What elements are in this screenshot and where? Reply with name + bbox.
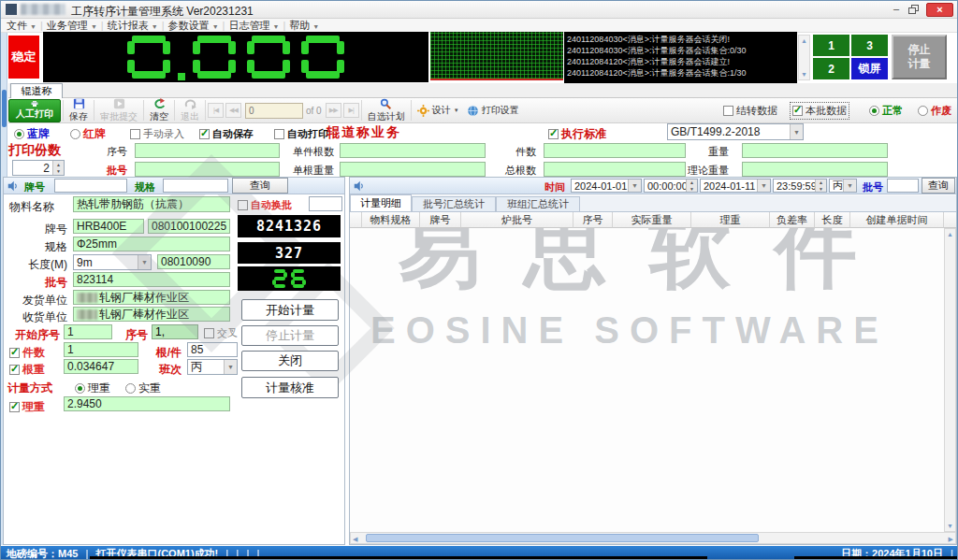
menu-reports[interactable]: 统计报表 ▼: [108, 19, 158, 33]
cross-checkbox[interactable]: 交叉: [204, 326, 238, 340]
date-from-select[interactable]: 2024-01-01▼: [571, 179, 642, 193]
lock-screen-button[interactable]: 锁屏: [851, 58, 888, 79]
design-button[interactable]: 设计 ▼: [414, 103, 463, 118]
col-length[interactable]: 长度: [815, 212, 850, 228]
red-tag-radio[interactable]: 红牌: [70, 126, 106, 142]
measure-verify-button[interactable]: 计量核准: [241, 377, 339, 398]
print-setup-button[interactable]: 打印设置: [463, 103, 523, 118]
exit-button[interactable]: 退出: [177, 97, 203, 124]
void-radio[interactable]: 作废: [918, 104, 951, 118]
length-code-input[interactable]: [157, 254, 230, 269]
nav-prev-button[interactable]: ◀◀: [225, 103, 241, 118]
select-plan-button[interactable]: 自选计划: [364, 97, 409, 124]
left-theory-input[interactable]: [64, 396, 230, 411]
auto-print-checkbox[interactable]: 自动打印: [274, 127, 328, 141]
material-input[interactable]: [73, 196, 230, 212]
nav-first-button[interactable]: |◀: [208, 103, 224, 118]
scroll-right-icon[interactable]: ▶: [949, 534, 953, 544]
ship-from-input[interactable]: 轧钢厂棒材作业区: [73, 290, 230, 305]
spec-input[interactable]: [73, 237, 230, 251]
grade-header-input[interactable]: [54, 179, 127, 193]
time-to-stepper[interactable]: 23:59:59▲▼: [773, 179, 827, 193]
shift-filter-select[interactable]: 丙▼: [829, 179, 857, 193]
scroll-up-icon[interactable]: ▲: [945, 229, 955, 239]
actual-method-radio[interactable]: 实重: [125, 381, 161, 396]
print-copies-stepper[interactable]: 2 ▲▼: [12, 160, 65, 176]
blue-tag-radio[interactable]: 蓝牌: [14, 126, 50, 142]
col-theory-weight[interactable]: 理重: [691, 212, 770, 228]
normal-radio[interactable]: 正常: [869, 104, 903, 118]
minimize-button[interactable]: –: [888, 3, 905, 17]
batch-field-input[interactable]: [135, 162, 280, 177]
rod-weight-input[interactable]: [64, 359, 138, 374]
col-material-spec[interactable]: 物料规格: [362, 212, 420, 228]
theory-weight-input[interactable]: [742, 162, 888, 177]
stop-measure-top-button[interactable]: 停止 计量: [892, 35, 947, 79]
standard-select[interactable]: GB/T1499.2-2018 ▼: [667, 123, 804, 140]
menu-business[interactable]: 业务管理 ▼: [47, 19, 97, 33]
shift-select[interactable]: 丙 ▼: [187, 359, 238, 375]
tab-team-summary[interactable]: 班组汇总统计: [496, 196, 580, 211]
table-vscrollbar[interactable]: ▲ ▼: [944, 228, 956, 532]
col-actual-weight[interactable]: 实际重量: [613, 212, 691, 228]
per-piece-input[interactable]: [340, 143, 486, 158]
pieces-field-input[interactable]: [544, 143, 686, 158]
weight-field-input[interactable]: [742, 143, 888, 158]
standard-checkbox[interactable]: 执行标准: [548, 126, 606, 142]
grade-input[interactable]: [73, 219, 144, 234]
batch-data-checkbox[interactable]: 本批数据: [791, 103, 849, 119]
table-body[interactable]: [350, 228, 944, 532]
save-button[interactable]: 保存: [65, 97, 92, 124]
col-neg-diff[interactable]: 负差率: [770, 212, 815, 228]
restore-button[interactable]: [907, 5, 923, 17]
manual-entry-checkbox[interactable]: 手动录入: [130, 127, 184, 141]
col-seq[interactable]: 序号: [573, 212, 613, 228]
menu-settings[interactable]: 参数设置 ▼: [168, 19, 219, 33]
scroll-left-icon[interactable]: ◀: [353, 534, 357, 544]
close-button[interactable]: ×: [926, 3, 953, 17]
seq-input[interactable]: [152, 324, 198, 339]
seq-field-input[interactable]: [135, 143, 280, 158]
left-query-button[interactable]: 查询: [232, 178, 288, 194]
length-select[interactable]: 9m ▼: [73, 254, 152, 270]
manual-print-button[interactable]: 人工打印: [8, 99, 61, 122]
carry-data-checkbox[interactable]: 结转数据: [723, 104, 777, 118]
stepper-arrows[interactable]: ▲▼: [686, 179, 697, 192]
col-furnace-batch[interactable]: 炉批号: [461, 212, 573, 228]
tab-roller-scale[interactable]: 辊道称: [10, 83, 63, 98]
spec-header-input[interactable]: [163, 179, 228, 193]
pieces-checkbox[interactable]: 件数: [9, 345, 45, 361]
start-measure-button[interactable]: 开始计量: [241, 299, 339, 321]
log-scrollbar[interactable]: ▲ ▼: [798, 35, 810, 80]
stop-measure-button[interactable]: 停止计量: [241, 325, 339, 346]
nav-next-button[interactable]: ▶▶: [326, 103, 341, 118]
channel-3-button[interactable]: 3: [851, 35, 888, 56]
pieces-input[interactable]: [64, 342, 138, 357]
nav-last-button[interactable]: ▶|: [343, 103, 359, 118]
table-hscrollbar[interactable]: ◀ ▶: [350, 532, 956, 544]
scroll-down-icon[interactable]: ▼: [799, 69, 809, 79]
rods-per-input[interactable]: [187, 342, 238, 357]
theory-weight-checkbox[interactable]: 理重: [9, 399, 45, 415]
scroll-up-icon[interactable]: ▲: [799, 36, 809, 46]
col-create-time[interactable]: 创建单据时间: [850, 212, 944, 228]
receive-input[interactable]: 轧钢厂棒材作业区: [73, 307, 230, 322]
rod-weight-checkbox[interactable]: 根重: [9, 362, 45, 378]
date-to-select[interactable]: 2024-01-11▼: [700, 179, 771, 193]
clear-button[interactable]: 清空: [146, 97, 172, 124]
start-seq-input[interactable]: [64, 324, 112, 339]
scroll-down-icon[interactable]: ▼: [945, 521, 955, 531]
theory-method-radio[interactable]: 理重: [75, 381, 110, 396]
col-grade[interactable]: 牌号: [420, 212, 461, 228]
stepper-arrows[interactable]: ▲▼: [815, 179, 826, 192]
approve-submit-button[interactable]: 审批提交: [96, 97, 141, 124]
close-panel-button[interactable]: 关闭: [241, 351, 339, 371]
auto-batch-checkbox[interactable]: 自动换批: [238, 198, 292, 212]
total-rods-input[interactable]: [544, 162, 686, 177]
auto-batch-input[interactable]: [309, 196, 342, 211]
hscroll-thumb[interactable]: [366, 534, 759, 542]
nav-record-input[interactable]: [245, 103, 303, 119]
batch-filter-input[interactable]: [887, 179, 919, 193]
stepper-arrows[interactable]: ▲▼: [52, 161, 64, 175]
channel-2-button[interactable]: 2: [813, 58, 849, 79]
